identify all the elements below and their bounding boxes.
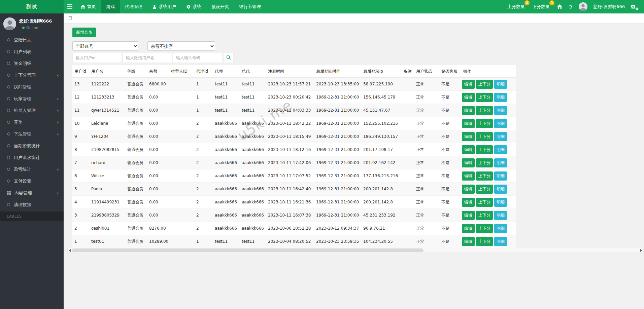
table-cell: 1969-12-31 21:00:00: [314, 156, 361, 169]
nav-item-agent-management[interactable]: 代理管理: [120, 0, 147, 13]
updown-score-button[interactable]: 上下分: [476, 211, 493, 220]
balance-sort-select[interactable]: 余额不排序: [147, 41, 215, 51]
sidebar-item-payment-settings[interactable]: 支付设置: [0, 175, 64, 187]
horizontal-scrollbar[interactable]: [67, 248, 644, 253]
detail-button[interactable]: 明细: [494, 185, 507, 194]
updown-score-button[interactable]: 上下分: [476, 185, 493, 194]
scroll-right-arrow-icon[interactable]: [640, 249, 642, 252]
edit-button[interactable]: 编辑: [462, 185, 475, 194]
scroll-left-arrow-icon[interactable]: [69, 249, 71, 252]
detail-button[interactable]: 明细: [494, 80, 507, 89]
edit-button[interactable]: 编辑: [462, 198, 475, 207]
add-member-button[interactable]: 新增会员: [72, 28, 96, 37]
sidebar-item-bet-management[interactable]: 下注管理‹: [0, 128, 64, 140]
circle-icon: [7, 180, 10, 183]
column-header: 注册时间: [266, 65, 314, 78]
column-header: 代理: [213, 65, 240, 78]
detail-button[interactable]: 明细: [494, 145, 507, 154]
table-cell: 2: [194, 156, 213, 169]
sidebar-item-funds-detail[interactable]: 资金明细: [0, 57, 64, 69]
nav-item-home[interactable]: 首页: [76, 0, 101, 13]
sidebar-item-user-list[interactable]: 用户列表: [0, 46, 64, 57]
edit-button[interactable]: 编辑: [462, 145, 475, 154]
sidebar-item-content-management[interactable]: 内容管理‹: [0, 187, 64, 199]
table-cell: 不是: [439, 209, 461, 222]
table-cell: 普通会员: [125, 130, 147, 143]
edit-button[interactable]: 编辑: [462, 237, 475, 246]
detail-button[interactable]: 明细: [494, 106, 507, 115]
scrollbar-track[interactable]: [72, 248, 639, 253]
detail-button[interactable]: 明细: [494, 224, 507, 233]
edit-button[interactable]: 编辑: [462, 158, 475, 167]
detail-button[interactable]: 明细: [494, 119, 507, 128]
scrollbar-thumb[interactable]: [72, 248, 423, 252]
updown-score-button[interactable]: 上下分: [476, 145, 493, 154]
detail-button[interactable]: 明细: [494, 93, 507, 102]
table-cell: [402, 91, 414, 104]
sidebar-item-updown-score-management[interactable]: 上下分管理‹: [0, 69, 64, 81]
updown-score-button[interactable]: 上下分: [476, 93, 493, 102]
updown-score-button[interactable]: 上下分: [476, 132, 493, 141]
detail-button[interactable]: 明细: [494, 237, 507, 246]
up-score-link[interactable]: 上分数量 0: [507, 4, 527, 10]
edit-button[interactable]: 编辑: [462, 80, 475, 89]
sidebar-item-profit-loss-stats[interactable]: 盈亏统计‹: [0, 163, 64, 175]
down-score-link[interactable]: 下分数量 0: [532, 4, 551, 10]
down-score-badge: 0: [549, 0, 554, 5]
updown-score-button[interactable]: 上下分: [476, 237, 493, 246]
table-cell: 1969-12-31 21:00:00: [314, 91, 361, 104]
detail-button[interactable]: 明细: [494, 171, 507, 181]
hamburger-menu-icon[interactable]: [64, 0, 76, 13]
detail-button[interactable]: 明细: [494, 211, 507, 220]
sidebar-item-current-game-stats[interactable]: 当期游戏统计: [0, 140, 64, 152]
wechat-name-input[interactable]: [123, 53, 172, 63]
edit-button[interactable]: 编辑: [462, 106, 475, 115]
updown-score-button[interactable]: 上下分: [476, 171, 493, 181]
table-cell: [402, 235, 414, 248]
sidebar-item-player-management[interactable]: 玩家管理‹: [0, 93, 64, 105]
nav-item-games[interactable]: 游戏: [101, 0, 120, 13]
table-cell: 2: [194, 222, 213, 235]
nav-item-preset-draw[interactable]: 预设开奖: [206, 0, 234, 13]
edit-button[interactable]: 编辑: [462, 224, 475, 233]
phone-number-input[interactable]: [173, 53, 222, 63]
updown-score-button[interactable]: 上下分: [476, 119, 493, 128]
sidebar-item-robot-management[interactable]: 机器人管理‹: [0, 105, 64, 116]
detail-button[interactable]: 明细: [494, 198, 507, 207]
sidebar-item-login-logs[interactable]: 登陆日志: [0, 34, 64, 46]
edit-button[interactable]: 编辑: [462, 211, 475, 220]
updown-score-button[interactable]: 上下分: [476, 198, 493, 207]
table-cell: aaakkk666: [240, 156, 266, 169]
detail-button[interactable]: 明细: [494, 158, 507, 167]
sidebar-item-user-turnover-stats[interactable]: 用户流水统计: [0, 152, 64, 163]
sidebar-item-lottery-draw[interactable]: 开奖‹: [0, 116, 64, 128]
user-id-input[interactable]: [72, 53, 122, 63]
updown-score-button[interactable]: 上下分: [476, 224, 493, 233]
edit-button[interactable]: 编辑: [462, 119, 475, 128]
settings-gears-icon[interactable]: [631, 4, 638, 10]
table-cell: test11: [213, 78, 240, 91]
search-button[interactable]: [223, 53, 234, 63]
nav-item-bank-card-management[interactable]: 银行卡管理: [234, 0, 266, 13]
account-filter-select[interactable]: 全部账号: [72, 41, 138, 51]
updown-score-button[interactable]: 上下分: [476, 106, 493, 115]
edit-button[interactable]: 编辑: [462, 93, 475, 102]
user-list-panel: 新增会员 全部账号 余额不排序 用户id用户: [64, 28, 644, 248]
nav-item-system-users[interactable]: 系统用户: [147, 0, 181, 13]
edit-button[interactable]: 编辑: [462, 171, 475, 181]
sidebar-item-clear-data[interactable]: 清理数据: [0, 199, 64, 210]
avatar[interactable]: [579, 2, 587, 11]
table-cell: [402, 169, 414, 183]
labels-section-header: LABELS: [0, 211, 64, 221]
column-header: 最后登陆时间: [314, 65, 361, 78]
updown-score-button[interactable]: 上下分: [476, 80, 493, 89]
nav-item-system[interactable]: 系统: [181, 0, 206, 13]
refresh-icon[interactable]: [568, 4, 573, 9]
page-tab-icon[interactable]: [68, 16, 72, 21]
edit-button[interactable]: 编辑: [462, 132, 475, 141]
detail-button[interactable]: 明细: [494, 132, 507, 141]
table-cell: aaakkk666: [240, 143, 266, 156]
home-icon[interactable]: [557, 4, 562, 9]
updown-score-button[interactable]: 上下分: [476, 158, 493, 167]
sidebar-item-room-management[interactable]: 房间管理: [0, 81, 64, 93]
